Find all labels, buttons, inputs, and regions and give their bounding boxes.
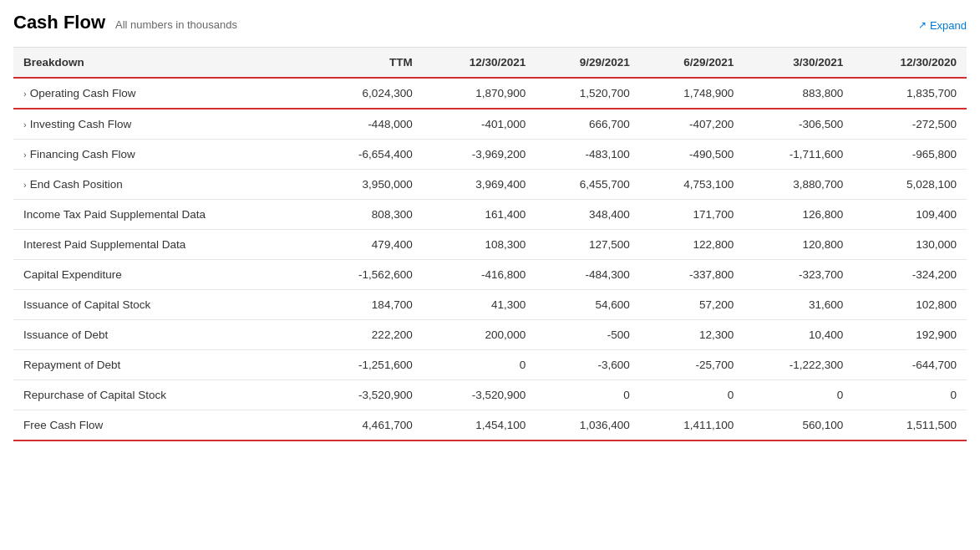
- row-label-1[interactable]: ›Investing Cash Flow: [13, 109, 313, 140]
- cell-r8-c2: -500: [536, 320, 639, 350]
- cell-r5-c4: 120,800: [744, 230, 853, 260]
- cell-r11-c5: 1,511,500: [853, 410, 967, 441]
- table-row: Free Cash Flow4,461,7001,454,1001,036,40…: [13, 410, 967, 441]
- cell-r11-c4: 560,100: [744, 410, 853, 441]
- cell-r11-c3: 1,411,100: [640, 410, 744, 441]
- cell-r3-c2: 6,455,700: [536, 170, 639, 200]
- row-label-text-6: Capital Expenditure: [23, 268, 122, 281]
- header-left: Cash Flow All numbers in thousands: [13, 12, 237, 33]
- cell-r6-c2: -484,300: [536, 260, 639, 290]
- row-label-text-7: Issuance of Capital Stock: [23, 298, 150, 311]
- cell-r6-c5: -324,200: [853, 260, 967, 290]
- cell-r10-c4: 0: [744, 380, 853, 410]
- table-row: ›Investing Cash Flow-448,000-401,000666,…: [13, 109, 967, 140]
- cell-r0-c2: 1,520,700: [536, 78, 639, 109]
- cell-r10-c1: -3,520,900: [423, 380, 536, 410]
- row-label-text-3: End Cash Position: [30, 178, 123, 191]
- cell-r8-c4: 10,400: [744, 320, 853, 350]
- cell-r4-c2: 348,400: [536, 200, 639, 230]
- row-label-text-9: Repayment of Debt: [23, 359, 120, 371]
- cell-r2-c0: -6,654,400: [313, 140, 423, 170]
- cell-r4-c3: 171,700: [640, 200, 744, 230]
- cell-r1-c2: 666,700: [536, 109, 639, 140]
- cell-r11-c2: 1,036,400: [536, 410, 639, 441]
- cell-r1-c3: -407,200: [640, 109, 744, 140]
- cell-r7-c4: 31,600: [744, 290, 853, 320]
- row-label-text-5: Interest Paid Supplemental Data: [23, 238, 185, 251]
- cell-r1-c0: -448,000: [313, 109, 423, 140]
- row-label-6: Capital Expenditure: [13, 260, 313, 290]
- cell-r9-c2: -3,600: [536, 350, 639, 380]
- page-title: Cash Flow: [13, 12, 105, 33]
- row-label-11: Free Cash Flow: [13, 410, 313, 441]
- cell-r7-c0: 184,700: [313, 290, 423, 320]
- expand-link[interactable]: ↗ Expand: [918, 19, 967, 32]
- cell-r6-c1: -416,800: [423, 260, 536, 290]
- cell-r2-c3: -490,500: [640, 140, 744, 170]
- cell-r1-c1: -401,000: [423, 109, 536, 140]
- cell-r0-c4: 883,800: [744, 78, 853, 109]
- table-row: ›End Cash Position3,950,0003,969,4006,45…: [13, 170, 967, 200]
- cell-r3-c4: 3,880,700: [744, 170, 853, 200]
- col-header-9-29-2021: 9/29/2021: [536, 48, 639, 79]
- table-row: Capital Expenditure-1,562,600-416,800-48…: [13, 260, 967, 290]
- chevron-right-icon: ›: [23, 120, 27, 130]
- cell-r4-c0: 808,300: [313, 200, 423, 230]
- row-label-text-10: Repurchase of Capital Stock: [23, 389, 166, 401]
- table-row: Income Tax Paid Supplemental Data808,300…: [13, 200, 967, 230]
- cell-r0-c1: 1,870,900: [423, 78, 536, 109]
- cell-r0-c0: 6,024,300: [313, 78, 423, 109]
- cell-r6-c4: -323,700: [744, 260, 853, 290]
- header-subtitle: All numbers in thousands: [115, 18, 237, 31]
- cell-r11-c0: 4,461,700: [313, 410, 423, 441]
- cell-r8-c0: 222,200: [313, 320, 423, 350]
- row-label-9: Repayment of Debt: [13, 350, 313, 380]
- cell-r11-c1: 1,454,100: [423, 410, 536, 441]
- row-label-3[interactable]: ›End Cash Position: [13, 170, 313, 200]
- cell-r7-c2: 54,600: [536, 290, 639, 320]
- row-label-10: Repurchase of Capital Stock: [13, 380, 313, 410]
- table-row: ›Operating Cash Flow6,024,3001,870,9001,…: [13, 78, 967, 109]
- cell-r8-c5: 192,900: [853, 320, 967, 350]
- expand-label: Expand: [930, 19, 967, 32]
- cell-r9-c0: -1,251,600: [313, 350, 423, 380]
- col-header-TTM: TTM: [313, 48, 423, 79]
- cell-r3-c0: 3,950,000: [313, 170, 423, 200]
- cell-r3-c1: 3,969,400: [423, 170, 536, 200]
- table-row: Issuance of Capital Stock184,70041,30054…: [13, 290, 967, 320]
- cell-r7-c5: 102,800: [853, 290, 967, 320]
- chevron-right-icon: ›: [23, 89, 27, 99]
- row-label-text-4: Income Tax Paid Supplemental Data: [23, 208, 206, 221]
- row-label-8: Issuance of Debt: [13, 320, 313, 350]
- chevron-right-icon: ›: [23, 180, 27, 190]
- cell-r9-c5: -644,700: [853, 350, 967, 380]
- col-header-6-29-2021: 6/29/2021: [640, 48, 744, 79]
- expand-arrow-icon: ↗: [918, 19, 927, 31]
- cell-r6-c3: -337,800: [640, 260, 744, 290]
- cell-r3-c3: 4,753,100: [640, 170, 744, 200]
- table-row: Issuance of Debt222,200200,000-50012,300…: [13, 320, 967, 350]
- chevron-right-icon: ›: [23, 150, 27, 160]
- row-label-0[interactable]: ›Operating Cash Flow: [13, 78, 313, 109]
- table-row: ›Financing Cash Flow-6,654,400-3,969,200…: [13, 140, 967, 170]
- row-label-text-8: Issuance of Debt: [23, 328, 108, 341]
- col-header-12-30-2021: 12/30/2021: [423, 48, 536, 79]
- cell-r3-c5: 5,028,100: [853, 170, 967, 200]
- cell-r2-c1: -3,969,200: [423, 140, 536, 170]
- cell-r7-c1: 41,300: [423, 290, 536, 320]
- row-label-7: Issuance of Capital Stock: [13, 290, 313, 320]
- row-label-text-1: Investing Cash Flow: [30, 118, 132, 130]
- row-label-text-2: Financing Cash Flow: [30, 148, 135, 160]
- cell-r5-c0: 479,400: [313, 230, 423, 260]
- row-label-text-0: Operating Cash Flow: [30, 87, 136, 99]
- cell-r2-c4: -1,711,600: [744, 140, 853, 170]
- row-label-text-11: Free Cash Flow: [23, 419, 103, 431]
- header: Cash Flow All numbers in thousands ↗ Exp…: [13, 12, 967, 33]
- cell-r5-c2: 127,500: [536, 230, 639, 260]
- row-label-2[interactable]: ›Financing Cash Flow: [13, 140, 313, 170]
- table-header-row: BreakdownTTM12/30/20219/29/20216/29/2021…: [13, 48, 967, 79]
- cell-r4-c4: 126,800: [744, 200, 853, 230]
- col-header-3-30-2021: 3/30/2021: [744, 48, 853, 79]
- cell-r2-c2: -483,100: [536, 140, 639, 170]
- col-header-breakdown: Breakdown: [13, 48, 313, 79]
